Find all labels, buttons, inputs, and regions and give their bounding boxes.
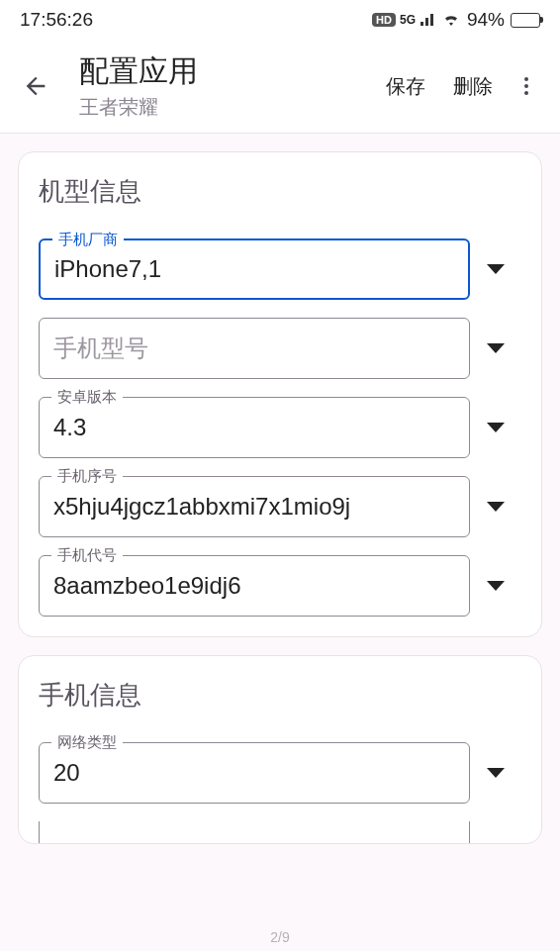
vendor-field-row: 手机厂商 iPhone7,1 <box>39 238 521 300</box>
network-icon: 5G <box>400 13 416 27</box>
content-area: 机型信息 手机厂商 iPhone7,1 手机型号 安卓版本 4.3 <box>0 134 560 880</box>
serial-value: x5hju4jgcz1abbxmi7x1mio9j <box>53 493 455 521</box>
more-vert-icon <box>514 74 538 98</box>
serial-label: 手机序号 <box>51 467 123 486</box>
back-button[interactable] <box>14 64 57 108</box>
android-field-row: 安卓版本 4.3 <box>39 397 521 458</box>
page-subtitle: 王者荣耀 <box>79 94 372 121</box>
nettype-label: 网络类型 <box>51 733 123 752</box>
app-bar: 配置应用 王者荣耀 保存 删除 <box>0 40 560 134</box>
vendor-value: iPhone7,1 <box>54 255 454 283</box>
status-bar: 17:56:26 HD 5G 94% <box>0 0 560 40</box>
device-info-card: 机型信息 手机厂商 iPhone7,1 手机型号 安卓版本 4.3 <box>18 151 542 637</box>
android-input[interactable]: 安卓版本 4.3 <box>39 397 470 458</box>
imei-field-row: 手机IMEI <box>39 821 521 843</box>
nettype-dropdown[interactable] <box>470 768 521 778</box>
vendor-dropdown[interactable] <box>470 264 521 274</box>
overflow-menu-button[interactable] <box>507 66 546 106</box>
vendor-input[interactable]: 手机厂商 iPhone7,1 <box>39 238 470 300</box>
hd-badge: HD <box>372 13 396 27</box>
model-input[interactable]: 手机型号 <box>39 318 470 379</box>
codename-value: 8aamzbeo1e9idj6 <box>53 572 455 600</box>
phone-info-card: 手机信息 网络类型 20 手机IMEI <box>18 655 542 844</box>
model-field-row: 手机型号 <box>39 318 521 379</box>
vendor-label: 手机厂商 <box>52 231 124 249</box>
serial-field-row: 手机序号 x5hju4jgcz1abbxmi7x1mio9j <box>39 476 521 537</box>
arrow-left-icon <box>22 72 49 100</box>
android-value: 4.3 <box>53 414 455 441</box>
chevron-down-icon <box>487 264 505 274</box>
svg-point-2 <box>524 91 528 95</box>
svg-point-0 <box>524 77 528 81</box>
imei-input[interactable]: 手机IMEI <box>39 821 470 843</box>
delete-button[interactable]: 删除 <box>439 65 507 108</box>
nettype-field-row: 网络类型 20 <box>39 742 521 804</box>
status-time: 17:56:26 <box>20 9 93 31</box>
page-indicator: 2/9 <box>270 929 289 945</box>
codename-input[interactable]: 手机代号 8aamzbeo1e9idj6 <box>39 555 470 617</box>
codename-label: 手机代号 <box>51 546 123 565</box>
title-block: 配置应用 王者荣耀 <box>79 51 372 121</box>
chevron-down-icon <box>487 768 505 778</box>
model-dropdown[interactable] <box>470 343 521 353</box>
android-dropdown[interactable] <box>470 423 521 432</box>
svg-point-1 <box>524 84 528 88</box>
chevron-down-icon <box>487 502 505 512</box>
chevron-down-icon <box>487 423 505 432</box>
status-icons: HD 5G <box>372 13 461 27</box>
serial-dropdown[interactable] <box>470 502 521 512</box>
battery-icon <box>511 13 540 28</box>
signal-icon <box>420 13 437 27</box>
chevron-down-icon <box>487 581 505 591</box>
model-placeholder: 手机型号 <box>53 333 148 364</box>
phone-info-title: 手机信息 <box>39 678 521 713</box>
wifi-icon <box>441 13 461 27</box>
status-right: HD 5G 94% <box>372 9 540 31</box>
save-button[interactable]: 保存 <box>372 65 439 108</box>
nettype-input[interactable]: 网络类型 20 <box>39 742 470 804</box>
device-info-title: 机型信息 <box>39 174 521 209</box>
android-label: 安卓版本 <box>51 388 123 407</box>
page-title: 配置应用 <box>79 51 372 92</box>
codename-field-row: 手机代号 8aamzbeo1e9idj6 <box>39 555 521 617</box>
nettype-value: 20 <box>53 759 455 787</box>
serial-input[interactable]: 手机序号 x5hju4jgcz1abbxmi7x1mio9j <box>39 476 470 537</box>
codename-dropdown[interactable] <box>470 581 521 591</box>
battery-percent: 94% <box>467 9 505 31</box>
chevron-down-icon <box>487 343 505 353</box>
